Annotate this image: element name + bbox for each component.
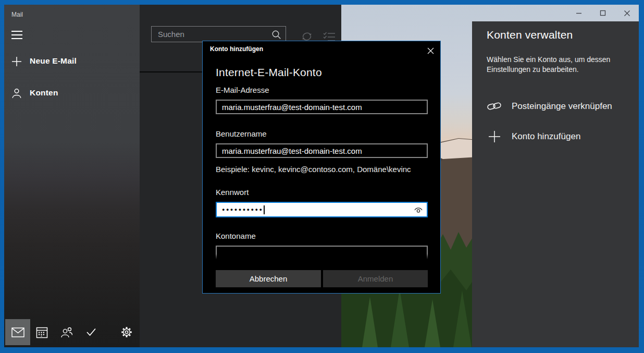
- hamburger-menu-button[interactable]: [11, 30, 23, 40]
- username-hint: Beispiele: kevinc, kevinc@contoso.com, D…: [216, 165, 411, 174]
- minimize-icon: [576, 10, 582, 16]
- nav-mail[interactable]: [5, 319, 30, 345]
- nav-calendar[interactable]: [30, 319, 53, 345]
- text-caret: [264, 205, 265, 214]
- app-title: Mail: [11, 11, 23, 18]
- search-icon: [271, 30, 281, 40]
- nav-settings[interactable]: [115, 319, 138, 345]
- add-account-dialog: Konto hinzufügen Internet-E-Mail-Konto E…: [202, 41, 441, 294]
- minimize-button[interactable]: [567, 5, 591, 21]
- reveal-password-button[interactable]: [413, 205, 424, 214]
- account-name-label: Kontoname: [216, 232, 256, 240]
- navigation-sidebar: Mail Neue E-Mail Konten: [4, 5, 140, 347]
- email-label: E-Mail-Adresse: [216, 86, 269, 94]
- nav-people[interactable]: [55, 319, 78, 345]
- close-window-button[interactable]: [615, 5, 639, 21]
- link-inboxes-label: Posteingänge verknüpfen: [512, 101, 612, 112]
- todo-check-icon: [85, 327, 97, 337]
- password-field[interactable]: ●●●●●●●●●●: [216, 202, 428, 217]
- person-icon: [11, 88, 22, 99]
- mail-app-window: Konten verwalten Wählen Sie ein Konto au…: [4, 5, 639, 347]
- search-input[interactable]: [152, 27, 286, 42]
- hamburger-icon: [11, 31, 22, 32]
- manage-accounts-panel: Konten verwalten Wählen Sie ein Konto au…: [472, 21, 639, 347]
- maximize-button[interactable]: [591, 5, 615, 21]
- email-field[interactable]: [216, 100, 428, 114]
- nav-todo[interactable]: [80, 319, 103, 345]
- close-icon: [624, 10, 630, 17]
- password-masked-value: ●●●●●●●●●●: [217, 207, 263, 212]
- scroll-fade: [215, 254, 428, 260]
- dialog-close-button[interactable]: [424, 44, 437, 57]
- password-label: Kennwort: [216, 188, 249, 197]
- calendar-icon: [36, 326, 48, 338]
- panel-description: Wählen Sie ein Konto aus, um dessen Eins…: [487, 55, 618, 75]
- close-icon: [427, 47, 434, 54]
- accounts-label: Konten: [30, 88, 58, 98]
- maximize-icon: [600, 10, 606, 16]
- username-field[interactable]: [216, 143, 428, 158]
- panel-title: Konten verwalten: [487, 29, 573, 41]
- link-inboxes-action[interactable]: Posteingänge verknüpfen: [487, 98, 634, 115]
- plus-icon: [487, 129, 502, 144]
- window-controls: [567, 5, 639, 21]
- link-icon: [487, 99, 502, 114]
- dialog-heading: Internet-E-Mail-Konto: [216, 66, 322, 79]
- mail-icon: [11, 327, 24, 337]
- settings-gear-icon: [120, 326, 133, 338]
- dialog-title: Konto hinzufügen: [210, 45, 263, 53]
- accounts-button[interactable]: Konten: [4, 87, 140, 103]
- search-box: [151, 26, 286, 42]
- username-label: Benutzername: [216, 129, 267, 138]
- cancel-button[interactable]: Abbrechen: [216, 270, 321, 287]
- reveal-eye-icon: [413, 205, 424, 214]
- new-email-label: Neue E-Mail: [30, 56, 77, 66]
- sign-in-button[interactable]: Anmelden: [323, 270, 428, 287]
- add-account-label: Konto hinzufügen: [512, 131, 580, 142]
- new-email-button[interactable]: Neue E-Mail: [4, 55, 140, 71]
- add-account-action[interactable]: Konto hinzufügen: [487, 128, 634, 145]
- plus-icon: [11, 56, 22, 67]
- people-icon: [60, 327, 73, 338]
